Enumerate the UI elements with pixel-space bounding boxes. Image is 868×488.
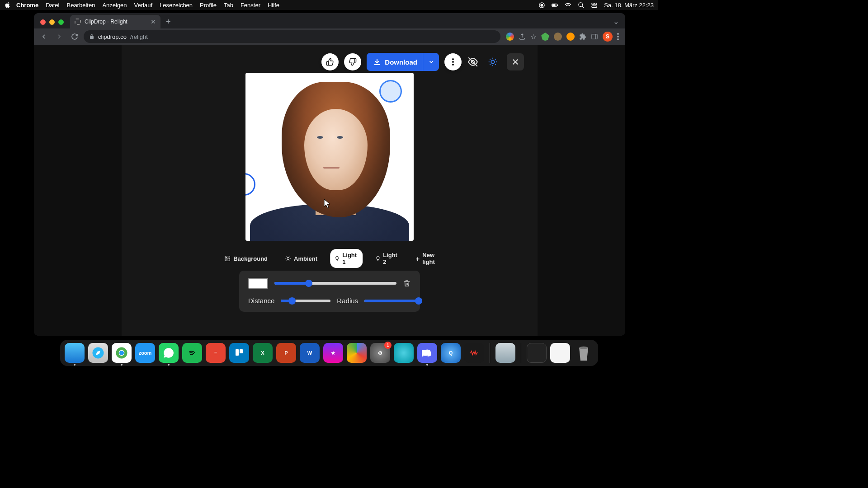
control-center-icon[interactable] bbox=[591, 2, 598, 9]
visibility-off-icon[interactable] bbox=[467, 56, 479, 68]
sidepanel-icon[interactable] bbox=[591, 33, 598, 40]
url-path: /relight bbox=[130, 33, 148, 40]
menu-verlauf[interactable]: Verlauf bbox=[134, 2, 152, 9]
chrome-menu-icon[interactable] bbox=[617, 33, 619, 40]
tab-background[interactable]: Background bbox=[220, 253, 272, 265]
window-close-icon[interactable] bbox=[40, 19, 46, 25]
distance-slider[interactable] bbox=[281, 300, 330, 302]
window-fullscreen-icon[interactable] bbox=[58, 19, 64, 25]
extensions-puzzle-icon[interactable] bbox=[579, 33, 586, 40]
menubar-clock[interactable]: Sa. 18. März 22:23 bbox=[604, 2, 654, 9]
lightbulb-small-icon bbox=[375, 255, 380, 262]
search-icon[interactable] bbox=[578, 2, 585, 9]
tab-light-2[interactable]: Light 2 bbox=[371, 249, 403, 268]
dock-spotify[interactable] bbox=[182, 343, 202, 363]
dock-quicktime[interactable]: Q bbox=[441, 343, 461, 363]
bookmark-icon[interactable]: ☆ bbox=[530, 33, 537, 41]
radius-slider[interactable] bbox=[364, 300, 419, 302]
thumbs-down-button[interactable] bbox=[344, 53, 361, 70]
svg-point-13 bbox=[617, 36, 619, 38]
light-controls-panel: Distance Radius bbox=[239, 271, 420, 312]
svg-point-33 bbox=[287, 258, 289, 260]
dock-app-teal[interactable] bbox=[394, 343, 414, 363]
download-dropdown[interactable] bbox=[423, 53, 439, 71]
address-bar[interactable]: clipdrop.co/relight bbox=[84, 30, 500, 43]
tab-title: ClipDrop - Relight bbox=[85, 19, 127, 25]
tab-overflow-icon[interactable]: ⌄ bbox=[613, 17, 625, 28]
menu-hilfe[interactable]: Hilfe bbox=[268, 2, 279, 9]
svg-point-14 bbox=[617, 38, 619, 40]
menubar-app-name: Chrome bbox=[16, 2, 38, 9]
dock-discord[interactable] bbox=[417, 343, 437, 363]
svg-rect-7 bbox=[592, 3, 594, 5]
extension-icon-1[interactable] bbox=[554, 33, 562, 41]
dock-whatsapp[interactable] bbox=[159, 343, 179, 363]
image-icon bbox=[224, 255, 231, 262]
record-icon[interactable] bbox=[538, 2, 545, 9]
thumbs-up-button[interactable] bbox=[321, 53, 339, 70]
dock-excel[interactable]: X bbox=[253, 343, 273, 363]
window-controls bbox=[38, 19, 67, 28]
macos-menubar: Chrome Datei Bearbeiten Anzeigen Verlauf… bbox=[0, 0, 658, 10]
more-options-button[interactable] bbox=[444, 53, 462, 70]
close-button[interactable] bbox=[507, 53, 524, 70]
menu-datei[interactable]: Datei bbox=[46, 2, 59, 9]
slider-thumb[interactable] bbox=[305, 280, 312, 287]
profile-avatar[interactable]: S bbox=[603, 32, 613, 42]
tab-ambient[interactable]: Ambient bbox=[280, 253, 322, 265]
dock-imovie[interactable]: ★ bbox=[323, 343, 343, 363]
menu-fenster[interactable]: Fenster bbox=[241, 2, 260, 9]
dock-zoom[interactable]: zoom bbox=[135, 343, 155, 363]
menu-bearbeiten[interactable]: Bearbeiten bbox=[66, 2, 95, 9]
menu-lesezeichen[interactable]: Lesezeichen bbox=[160, 2, 193, 9]
svg-point-15 bbox=[452, 58, 454, 60]
chrome-window: ClipDrop - Relight ✕ + ⌄ clipdrop.co/rel… bbox=[34, 13, 625, 336]
extension-shield-icon[interactable] bbox=[541, 33, 549, 41]
color-picker[interactable] bbox=[248, 278, 268, 289]
dock-drive[interactable] bbox=[347, 343, 367, 363]
wifi-icon[interactable] bbox=[565, 2, 571, 9]
dock-voice-memos[interactable] bbox=[464, 343, 484, 363]
new-tab-button[interactable]: + bbox=[160, 17, 175, 28]
forward-button[interactable] bbox=[53, 30, 66, 43]
extension-icon-2[interactable] bbox=[566, 33, 575, 41]
svg-point-41 bbox=[579, 347, 588, 349]
dock-powerpoint[interactable]: P bbox=[276, 343, 296, 363]
svg-rect-4 bbox=[557, 5, 558, 6]
menu-anzeigen[interactable]: Anzeigen bbox=[102, 2, 127, 9]
dock-finder[interactable] bbox=[65, 343, 85, 363]
dock-safari[interactable] bbox=[88, 343, 108, 363]
dock-settings[interactable]: ⚙1 bbox=[370, 343, 390, 363]
delete-icon[interactable] bbox=[403, 279, 411, 287]
dock-todoist[interactable]: ≡ bbox=[206, 343, 226, 363]
dock-screenshot-tool[interactable] bbox=[495, 343, 515, 363]
lightbulb-small-icon bbox=[335, 255, 340, 262]
share-icon[interactable] bbox=[519, 33, 526, 40]
light-handle-1[interactable] bbox=[379, 80, 402, 103]
window-minimize-icon[interactable] bbox=[49, 19, 55, 25]
menu-tab[interactable]: Tab bbox=[224, 2, 233, 9]
dock-word[interactable]: W bbox=[300, 343, 320, 363]
dock-trello[interactable] bbox=[229, 343, 249, 363]
dock-folder-2[interactable] bbox=[550, 343, 570, 363]
intensity-slider[interactable] bbox=[274, 282, 396, 285]
svg-rect-8 bbox=[594, 3, 597, 5]
distance-label: Distance bbox=[248, 297, 274, 305]
battery-icon[interactable] bbox=[552, 2, 558, 9]
google-icon[interactable] bbox=[506, 33, 514, 41]
reload-button[interactable] bbox=[68, 30, 81, 43]
tab-light-1[interactable]: Light 1 bbox=[330, 249, 363, 268]
dock-chrome[interactable] bbox=[112, 343, 132, 363]
browser-tab[interactable]: ClipDrop - Relight ✕ bbox=[70, 15, 160, 28]
slider-fill bbox=[274, 282, 309, 285]
top-action-bar: Download bbox=[321, 53, 524, 71]
download-button[interactable]: Download bbox=[367, 53, 439, 71]
tab-new-light[interactable]: + New light bbox=[411, 249, 439, 268]
tab-close-icon[interactable]: ✕ bbox=[151, 18, 156, 25]
dock-trash[interactable] bbox=[574, 343, 594, 363]
image-preview[interactable] bbox=[245, 73, 414, 241]
back-button[interactable] bbox=[38, 30, 50, 43]
lightbulb-icon[interactable] bbox=[484, 53, 501, 70]
menu-profile[interactable]: Profile bbox=[200, 2, 217, 9]
dock-folder-1[interactable] bbox=[527, 343, 547, 363]
